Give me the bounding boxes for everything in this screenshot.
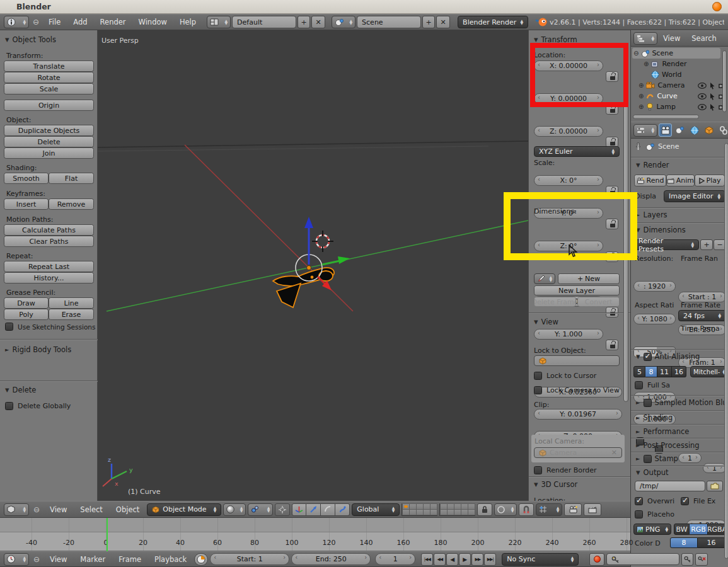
time-remap-new-field[interactable]: 1: [703, 463, 726, 473]
panel-sampled-motion-blur[interactable]: Sampled Motion Blu: [636, 398, 727, 407]
delete-globally-checkbox[interactable]: [5, 402, 13, 410]
collapse-menus-icon[interactable]: ⊖: [31, 555, 42, 564]
lock-scale-y-icon[interactable]: [606, 340, 618, 350]
repeat-last-button[interactable]: Repeat Last: [4, 261, 94, 272]
add-scene-button[interactable]: +: [422, 16, 435, 28]
panel-view[interactable]: View: [534, 318, 558, 326]
tab-world[interactable]: [688, 123, 701, 137]
panel-delete[interactable]: Delete: [5, 386, 36, 394]
local-camera-field[interactable]: Camera ✕: [534, 447, 622, 458]
timeline-menu-view[interactable]: View: [44, 555, 72, 564]
scale-button[interactable]: Scale: [4, 83, 94, 94]
add-layout-button[interactable]: +: [298, 16, 310, 28]
menu-window[interactable]: Window: [133, 18, 173, 26]
color-mode-rgb[interactable]: RGB: [690, 524, 708, 535]
full-sample-checkbox[interactable]: [635, 381, 643, 389]
panel-3d-cursor[interactable]: 3D Cursor: [534, 480, 577, 489]
scene-datablock-icon-button[interactable]: [332, 16, 355, 28]
dimension-y-field[interactable]: Y: 0.01967: [534, 409, 622, 420]
duplicate-objects-button[interactable]: Duplicate Objects: [4, 125, 94, 136]
outliner-h-scrollbar[interactable]: [633, 115, 699, 119]
outliner-row-scene[interactable]: ⊖ Scene: [632, 48, 720, 59]
outliner-menu-search[interactable]: Search: [686, 34, 722, 43]
sync-mode-selector[interactable]: No Sync: [502, 553, 579, 566]
lock-camera-to-view-checkbox[interactable]: [534, 386, 542, 394]
insert-keyframe-button[interactable]: Insert: [4, 198, 49, 210]
delete-scene-button[interactable]: ✕: [436, 16, 450, 28]
view3d-menu-select[interactable]: Select: [74, 505, 108, 514]
rotate-button[interactable]: Rotate: [4, 72, 94, 83]
gp-draw-button[interactable]: Draw: [4, 297, 49, 309]
clear-paths-button[interactable]: Clear Paths: [4, 236, 94, 247]
mode-selector[interactable]: Object Mode: [147, 503, 221, 516]
color-depth-16[interactable]: 16: [698, 537, 725, 548]
render-presets-selector[interactable]: Render Presets: [633, 239, 699, 250]
collapse-menus-icon[interactable]: ⊖: [31, 505, 42, 514]
proportional-edit-selector[interactable]: [494, 503, 517, 516]
time-remap-old-field[interactable]: 1: [678, 453, 702, 463]
clear-icon[interactable]: ✕: [611, 449, 617, 457]
motion-blur-checkbox[interactable]: [644, 399, 652, 407]
timeline-menu-frame[interactable]: Frame: [113, 555, 147, 564]
menu-render[interactable]: Render: [95, 18, 132, 26]
previous-keyframe-button[interactable]: ◀◀: [434, 553, 446, 566]
transform-orientation-selector[interactable]: Global: [352, 503, 400, 516]
origin-button[interactable]: Origin: [4, 100, 94, 111]
pin-icon[interactable]: [635, 142, 642, 151]
snap-element-selector[interactable]: [536, 503, 562, 516]
placeholders-checkbox[interactable]: [635, 510, 643, 518]
editor-type-selector-outliner[interactable]: [633, 32, 657, 45]
view3d-menu-object[interactable]: Object: [110, 505, 145, 514]
keying-set-field[interactable]: [606, 553, 679, 565]
gp-erase-button[interactable]: Erase: [49, 309, 94, 320]
editor-type-selector-3dview[interactable]: [4, 503, 29, 516]
auto-keyframe-button[interactable]: [589, 553, 604, 566]
selectability-cursor-icon[interactable]: [709, 82, 715, 89]
delete-layout-button[interactable]: ✕: [311, 16, 325, 28]
resolution-y-field[interactable]: Y: 1080: [633, 314, 676, 324]
visibility-eye-icon[interactable]: [698, 93, 707, 100]
scene-name-field[interactable]: Scene: [357, 16, 421, 28]
display-mode-selector[interactable]: Image Editor: [664, 190, 725, 202]
timeline-menu-playback[interactable]: Playback: [149, 555, 192, 564]
next-keyframe-button[interactable]: ▶▶: [471, 553, 483, 566]
render-animation-button[interactable]: Anim: [666, 175, 695, 186]
gp-delete-frame-button[interactable]: Delete Frame: [534, 297, 576, 307]
panel-object-tools[interactable]: Object Tools: [5, 35, 56, 44]
panel-dimensions[interactable]: Dimensions: [636, 226, 686, 234]
menu-add[interactable]: Add: [67, 18, 93, 26]
location-z-field[interactable]: Z: 0.00000: [534, 126, 603, 137]
aa-samples-8[interactable]: 8: [645, 366, 657, 377]
play-reverse-button[interactable]: ◀: [446, 553, 458, 566]
properties-scrollbar[interactable]: [724, 143, 728, 559]
gp-poly-button[interactable]: Poly: [4, 309, 49, 320]
tab-object[interactable]: [702, 123, 715, 137]
window-close-button[interactable]: [712, 2, 722, 11]
viewport-shading-selector[interactable]: [223, 503, 246, 516]
visibility-eye-icon[interactable]: [698, 83, 707, 89]
add-preset-button[interactable]: +: [700, 239, 713, 250]
smooth-button[interactable]: Smooth: [4, 173, 49, 184]
timeline-track[interactable]: [0, 518, 630, 532]
timeline-ruler[interactable]: -40-200204060801001201401601802002202402…: [0, 532, 630, 551]
panel-render[interactable]: Render: [636, 161, 669, 169]
translate-manipulator-button[interactable]: [292, 503, 306, 516]
jump-to-end-button[interactable]: ▶▶|: [484, 553, 496, 566]
output-path-field[interactable]: /tmp/: [635, 481, 705, 491]
view3d-menu-view[interactable]: View: [44, 505, 72, 514]
collapse-menus-icon[interactable]: ⊖: [30, 18, 42, 26]
lock-to-cursor-checkbox[interactable]: [534, 372, 542, 380]
preview-range-button[interactable]: [194, 553, 208, 566]
delete-button[interactable]: Delete: [4, 136, 94, 147]
expand-icon[interactable]: ⊕: [638, 82, 644, 89]
menu-file[interactable]: File: [43, 18, 66, 26]
frame-rate-selector[interactable]: 24 fps: [678, 310, 726, 321]
screen-layout-name-field[interactable]: Default: [232, 16, 296, 28]
current-frame-indicator[interactable]: [107, 518, 108, 551]
browse-folder-button[interactable]: [707, 481, 723, 491]
outliner-row-curve[interactable]: ⊕ Curve: [638, 91, 727, 101]
gp-convert-button[interactable]: Convert: [577, 297, 620, 307]
aa-samples-16[interactable]: 16: [672, 366, 686, 377]
translate-button[interactable]: Translate: [4, 60, 94, 72]
delete-keyframe-button[interactable]: [695, 553, 708, 566]
